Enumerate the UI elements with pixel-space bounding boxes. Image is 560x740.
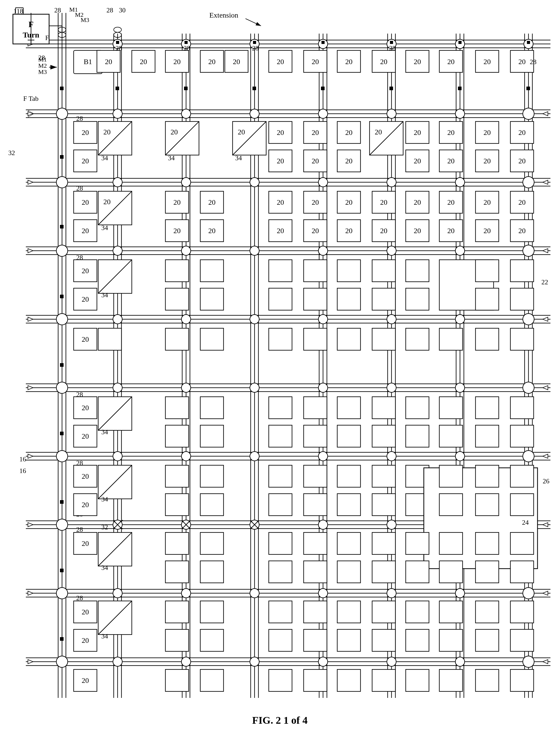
svg-rect-264 [372, 288, 395, 310]
label-32-r8: 32 [101, 524, 108, 531]
svg-rect-318 [304, 465, 327, 487]
svg-rect-274 [165, 328, 189, 350]
label-20-r1c2: 20 [140, 58, 147, 66]
svg-rect-279 [372, 328, 395, 350]
label-20-r9c2: 20 [82, 636, 89, 644]
svg-rect-332 [510, 494, 534, 516]
label-34-r3: 34 [101, 224, 108, 232]
svg-rect-347 [372, 561, 395, 583]
svg-point-87 [387, 246, 396, 255]
svg-point-101 [250, 383, 259, 392]
svg-point-135 [250, 588, 259, 598]
svg-rect-175 [458, 41, 462, 44]
label-28-r2: 28 [76, 115, 83, 122]
svg-rect-397 [60, 500, 64, 504]
svg-rect-390 [510, 669, 534, 691]
svg-rect-342 [304, 533, 327, 554]
label-20-r3diag: 20 [103, 198, 111, 206]
lbl-20-r2col3b: 20 [277, 157, 284, 165]
svg-rect-322 [372, 465, 395, 487]
svg-rect-328 [439, 494, 463, 516]
svg-rect-280 [406, 328, 429, 350]
label-34-r2c: 34 [235, 154, 242, 162]
lbl-20-r3c9b: 20 [447, 227, 455, 235]
svg-rect-260 [304, 288, 327, 310]
svg-rect-381 [165, 669, 189, 691]
svg-point-105 [523, 382, 534, 393]
label-28-r8b: 28 [76, 526, 83, 533]
svg-rect-403 [321, 87, 324, 90]
label-b1: B1 [84, 58, 92, 66]
lbl-20-r2col9b: 20 [519, 157, 526, 165]
svg-point-99 [113, 383, 122, 392]
label-20-r1c12: 20 [483, 58, 491, 66]
lbl-20-r3c10b: 20 [483, 227, 491, 235]
svg-point-134 [181, 588, 191, 598]
svg-rect-375 [439, 629, 463, 651]
svg-point-102 [318, 383, 328, 392]
label-20-r1c11: 20 [447, 58, 455, 66]
label-28-r7: 28 [76, 459, 83, 467]
svg-rect-176 [527, 41, 530, 44]
lbl-20-r2col6b: 20 [414, 157, 421, 165]
label-20-r1c1: 20 [105, 58, 112, 66]
label-20-r1c4: 20 [208, 58, 215, 66]
svg-rect-387 [406, 669, 429, 691]
label-f-tab: F Tab [23, 95, 38, 102]
svg-rect-395 [60, 363, 64, 367]
svg-rect-352 [475, 533, 499, 554]
lbl-20-r3c2a: 20 [173, 198, 181, 206]
svg-point-73 [523, 108, 534, 119]
svg-rect-406 [527, 87, 530, 90]
svg-rect-365 [269, 629, 292, 651]
svg-rect-171 [185, 41, 188, 44]
svg-point-81 [523, 177, 534, 188]
svg-point-95 [387, 314, 396, 324]
svg-rect-385 [337, 669, 361, 691]
svg-point-139 [523, 587, 534, 599]
svg-rect-283 [510, 328, 534, 350]
label-20-r9c1: 20 [82, 608, 89, 616]
lbl-20-r2col8a: 20 [483, 128, 491, 136]
label-28-right: 28 [530, 58, 537, 66]
lbl-20-r2col9a: 20 [519, 128, 526, 136]
svg-rect-398 [60, 569, 64, 572]
svg-rect-315 [200, 494, 223, 516]
svg-rect-263 [372, 260, 395, 282]
svg-point-66 [56, 108, 68, 119]
label-20-r4c1: 20 [82, 267, 89, 275]
svg-rect-300 [406, 397, 429, 419]
svg-point-140 [56, 656, 68, 667]
svg-point-92 [181, 314, 191, 324]
svg-rect-288 [165, 397, 189, 419]
svg-rect-327 [439, 465, 463, 487]
label-34-r9: 34 [101, 633, 108, 640]
label-20-r1c3: 20 [173, 58, 181, 66]
svg-rect-313 [165, 494, 189, 516]
lbl-20-r2col3a: 20 [277, 128, 284, 136]
svg-rect-312 [165, 465, 189, 487]
svg-rect-4 [0, 0, 560, 740]
svg-rect-353 [475, 561, 499, 583]
label-34-r6: 34 [101, 428, 108, 436]
svg-rect-265 [406, 260, 429, 282]
lbl-20-r3c5a: 20 [312, 198, 319, 206]
svg-rect-314 [200, 465, 223, 487]
svg-point-137 [387, 588, 396, 598]
svg-point-142 [181, 657, 191, 666]
svg-rect-297 [337, 425, 361, 447]
label-30: 30 [119, 6, 125, 14]
svg-rect-289 [165, 425, 189, 447]
svg-rect-282 [475, 328, 499, 350]
svg-point-80 [455, 178, 465, 187]
lbl-20-r3c10a: 20 [483, 198, 491, 206]
svg-rect-355 [510, 561, 534, 583]
label-20-r1c8: 20 [345, 58, 353, 66]
label-32-r2: 32 [8, 149, 15, 157]
label-28-r4: 28 [76, 254, 83, 261]
svg-rect-174 [390, 41, 393, 44]
svg-rect-391 [60, 87, 64, 90]
lbl-20-r3c11b: 20 [519, 227, 526, 235]
label-20-r3c1: 20 [82, 198, 89, 206]
svg-rect-382 [200, 669, 223, 691]
